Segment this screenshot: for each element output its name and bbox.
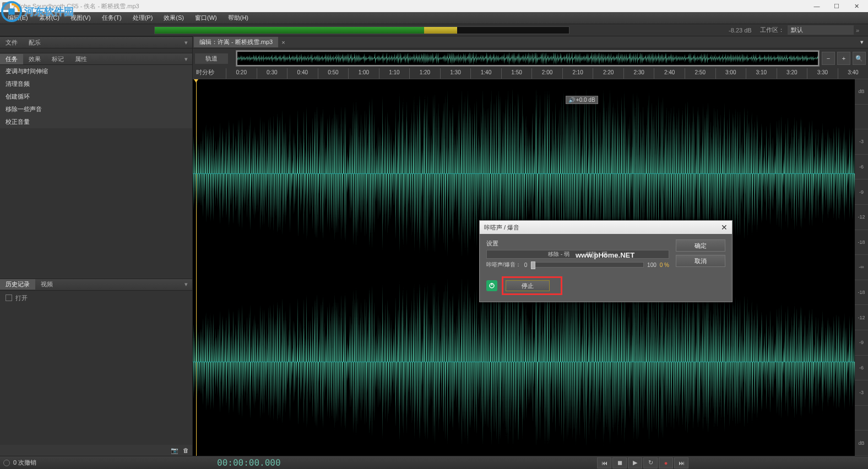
window-maximize-button[interactable]: ☐ [827, 1, 846, 12]
menu-window[interactable]: 窗口(W) [189, 13, 223, 23]
timecode-display[interactable]: 00:00:00.000 [195, 457, 281, 468]
editor-tab-menu-icon[interactable]: ▾ [856, 39, 868, 46]
db-scale-strip: dB-3-6-9-12-18-∞-18-12-9-6-3dB [855, 79, 868, 456]
workspace-select[interactable]: 默认 [788, 25, 854, 35]
db-scale-value: dB [855, 79, 868, 105]
ruler-tick: 3:20 [777, 68, 807, 79]
dialog-cancel-button[interactable]: 取消 [676, 255, 725, 267]
transport-play-button[interactable]: ▶ [628, 457, 642, 468]
ruler-tick: 2:30 [623, 68, 654, 79]
tab-history[interactable]: 历史记录 [0, 279, 35, 290]
panel-history-header: 历史记录 视频 ▾ [0, 279, 192, 291]
panel-tasks-header: 任务 效果 标记 属性 ▾ [0, 53, 192, 65]
click-pop-dialog: 咔嗒声 / 爆音 ✕ 设置 移除 - 弱 移除 - 强 咔嗒声/爆音： 0 10… [479, 220, 733, 302]
tasks-list: 变调与时间伸缩 清理音频 创建循环 移除一些声音 校正音量 [0, 65, 192, 128]
window-minimize-button[interactable]: — [807, 1, 826, 12]
tab-properties[interactable]: 属性 [69, 54, 93, 64]
editor-tab-bar: 编辑：许嵩 - 断桥残雪.mp3 × ▾ [193, 36, 868, 48]
tab-effects[interactable]: 效果 [23, 54, 46, 64]
dialog-title: 咔嗒声 / 爆音 [484, 223, 721, 232]
workspace-menu-arrow[interactable]: » [854, 27, 868, 34]
dialog-close-icon[interactable]: ✕ [721, 223, 728, 232]
db-scale-value: -9 [855, 330, 868, 356]
editor-tab[interactable]: 编辑：许嵩 - 断桥残雪.mp3 [194, 37, 278, 47]
ruler-tick: 2:50 [685, 68, 715, 79]
speaker-icon: 🔊 [568, 97, 575, 103]
ruler-tick: 2:20 [593, 68, 623, 79]
db-scale-value: -∞ [855, 255, 868, 280]
transport-stop-button[interactable]: ◼ [612, 457, 627, 468]
window-close-button[interactable]: ✕ [847, 1, 866, 12]
transport-next-button[interactable]: ⏭ [674, 457, 688, 468]
editor-tab-close-icon[interactable]: × [279, 39, 287, 46]
tab-tasks[interactable]: 任务 [0, 54, 23, 64]
db-scale-value: -9 [855, 179, 868, 205]
menu-bar: 编辑(E) 素材(C) 视图(V) 任务(T) 处理(P) 效果(S) 窗口(W… [0, 12, 868, 24]
volume-badge[interactable]: 🔊 +0.0 dB [566, 96, 598, 104]
window-titlebar: Adobe Soundbooth CS5 - 佚名 - 断桥残雪.mp3 — ☐… [0, 0, 868, 12]
history-item-open[interactable]: 打开 [2, 293, 190, 303]
panel-file-header: 文件 配乐 ▾ [0, 36, 192, 48]
level-db-readout: -8.23 dB [724, 27, 757, 34]
ruler-tick: 3:30 [807, 68, 838, 79]
dialog-clickpop-slider[interactable] [530, 262, 644, 268]
transport-loop-button[interactable]: ↻ [643, 457, 658, 468]
dialog-power-toggle[interactable] [486, 280, 497, 291]
tab-score[interactable]: 配乐 [23, 37, 46, 48]
tab-markers[interactable]: 标记 [46, 54, 69, 64]
dialog-titlebar[interactable]: 咔嗒声 / 爆音 ✕ [480, 221, 732, 234]
dialog-settings-label: 设置 [486, 239, 669, 248]
ruler-tick: 1:30 [440, 68, 471, 79]
transport-prev-button[interactable]: ⏮ [597, 457, 611, 468]
zoom-out-horizontal-button[interactable]: − [822, 52, 835, 65]
panel-history-menu-icon[interactable]: ▾ [180, 281, 192, 288]
ruler-tick: 3:00 [715, 68, 746, 79]
track-label[interactable]: 轨道 [195, 53, 228, 64]
panel-tasks-menu-icon[interactable]: ▾ [180, 56, 192, 63]
dialog-percent-value[interactable]: 0 % [660, 262, 669, 268]
ruler-tick: 1:40 [470, 68, 501, 79]
slider-thumb[interactable] [531, 261, 535, 269]
camera-icon[interactable]: 📷 [171, 447, 178, 454]
undo-count-label: 0 次撤销 [13, 459, 36, 467]
zoom-in-horizontal-button[interactable]: + [837, 52, 850, 65]
task-remove-sound[interactable]: 移除一些声音 [0, 103, 192, 116]
task-create-loop[interactable]: 创建循环 [0, 90, 192, 103]
db-scale-value: -18 [855, 230, 868, 255]
ruler-tick: 2:10 [562, 68, 593, 79]
menu-tasks[interactable]: 任务(T) [96, 13, 127, 23]
ruler-tick: 1:20 [409, 68, 440, 79]
transport-controls: ⏮ ◼ ▶ ↻ ● ⏭ [597, 457, 865, 468]
db-scale-value: -18 [855, 280, 868, 306]
dialog-stop-button[interactable]: 停止 [506, 280, 550, 291]
ruler-tick: 0:50 [318, 68, 349, 79]
navigator-row: 轨道 − + 🔍 [193, 48, 868, 68]
db-scale-value: -12 [855, 305, 868, 330]
dialog-ok-button[interactable]: 确定 [676, 239, 725, 252]
task-clean-audio[interactable]: 清理音频 [0, 78, 192, 90]
task-correct-volume[interactable]: 校正音量 [0, 116, 192, 128]
trash-icon[interactable]: 🗑 [183, 447, 189, 454]
navigator-view-box[interactable] [236, 51, 819, 66]
time-ruler[interactable]: 时分秒 0:200:300:400:501:001:101:201:301:40… [193, 68, 868, 79]
history-list: 打开 [0, 291, 192, 445]
db-scale-value [855, 105, 868, 130]
panel-file-menu-icon[interactable]: ▾ [180, 39, 192, 46]
db-scale-value: -6 [855, 356, 868, 381]
task-pitch-time[interactable]: 变调与时间伸缩 [0, 65, 192, 78]
ruler-tick: 1:00 [348, 68, 379, 79]
ruler-tick: 3:10 [746, 68, 777, 79]
transport-record-button[interactable]: ● [659, 457, 673, 468]
navigator-minimap[interactable] [236, 50, 820, 67]
tab-video[interactable]: 视频 [35, 279, 58, 290]
tab-file[interactable]: 文件 [0, 37, 23, 48]
menu-help[interactable]: 帮助(H) [223, 13, 254, 23]
menu-process[interactable]: 处理(P) [127, 13, 159, 23]
ruler-tick: 0:30 [257, 68, 287, 79]
menu-effects[interactable]: 效果(S) [158, 13, 189, 23]
search-icon[interactable]: 🔍 [853, 52, 866, 65]
baseline-left [193, 173, 855, 174]
site-logo-watermark: 河东软件园 [1, 1, 74, 22]
site-logo-text: 河东软件园 [24, 5, 74, 18]
history-item-label: 打开 [15, 294, 28, 302]
